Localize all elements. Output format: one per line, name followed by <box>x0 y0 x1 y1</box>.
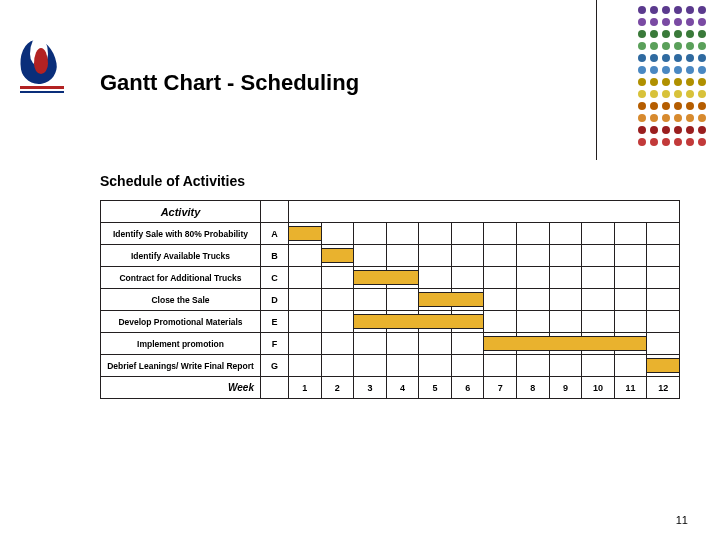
week-number: 11 <box>614 377 647 399</box>
column-header-weeks <box>289 201 680 223</box>
week-row-blank <box>261 377 289 399</box>
column-header-code <box>261 201 289 223</box>
gantt-cell <box>354 333 387 355</box>
gantt-cell <box>549 333 582 355</box>
gantt-cell <box>517 223 550 245</box>
week-number: 8 <box>517 377 550 399</box>
gantt-cell <box>614 223 647 245</box>
gantt-cell <box>614 355 647 377</box>
gantt-cell <box>582 245 615 267</box>
gantt-cell <box>354 267 387 289</box>
activity-code: E <box>261 311 289 333</box>
gantt-cell <box>419 333 452 355</box>
gantt-cell <box>289 333 322 355</box>
gantt-cell <box>321 333 354 355</box>
gantt-cell <box>386 267 419 289</box>
chart-subtitle: Schedule of Activities <box>100 173 245 189</box>
gantt-cell <box>354 355 387 377</box>
table-row: Debrief Leanings/ Write Final ReportG <box>101 355 680 377</box>
gantt-cell <box>386 223 419 245</box>
activity-code: B <box>261 245 289 267</box>
week-number: 3 <box>354 377 387 399</box>
gantt-cell <box>517 245 550 267</box>
gantt-cell <box>419 311 452 333</box>
activity-name: Contract for Additional Trucks <box>101 267 261 289</box>
decorative-dot-grid <box>588 0 708 160</box>
activity-code: G <box>261 355 289 377</box>
gantt-cell <box>386 311 419 333</box>
gantt-cell <box>289 355 322 377</box>
gantt-cell <box>647 311 680 333</box>
gantt-cell <box>289 289 322 311</box>
gantt-cell <box>647 355 680 377</box>
gantt-cell <box>517 311 550 333</box>
gantt-cell <box>321 267 354 289</box>
gantt-cell <box>321 223 354 245</box>
table-row: Identify Sale with 80% ProbabilityA <box>101 223 680 245</box>
gantt-cell <box>614 245 647 267</box>
table-row: Contract for Additional TrucksC <box>101 267 680 289</box>
column-header-activity: Activity <box>101 201 261 223</box>
gantt-bar <box>288 226 322 241</box>
gantt-cell <box>451 311 484 333</box>
week-number: 10 <box>582 377 615 399</box>
gantt-cell <box>451 223 484 245</box>
gantt-cell <box>354 223 387 245</box>
gantt-cell <box>517 289 550 311</box>
gantt-cell <box>549 289 582 311</box>
gantt-cell <box>386 289 419 311</box>
gantt-cell <box>354 289 387 311</box>
gantt-cell <box>549 245 582 267</box>
week-number: 5 <box>419 377 452 399</box>
table-row: Identify Available TrucksB <box>101 245 680 267</box>
gantt-cell <box>289 245 322 267</box>
gantt-cell <box>419 245 452 267</box>
gantt-cell <box>386 333 419 355</box>
activity-name: Debrief Leanings/ Write Final Report <box>101 355 261 377</box>
gantt-cell <box>289 223 322 245</box>
gsu-flame-logo <box>20 36 64 93</box>
gantt-cell <box>321 289 354 311</box>
gantt-cell <box>321 311 354 333</box>
gantt-cell <box>484 223 517 245</box>
gantt-cell <box>647 245 680 267</box>
gantt-cell <box>582 355 615 377</box>
activity-code: D <box>261 289 289 311</box>
activity-code: F <box>261 333 289 355</box>
activity-name: Identify Available Trucks <box>101 245 261 267</box>
gantt-cell <box>386 355 419 377</box>
week-number: 7 <box>484 377 517 399</box>
gantt-cell <box>517 355 550 377</box>
gantt-cell <box>484 333 517 355</box>
gantt-cell <box>549 311 582 333</box>
gantt-cell <box>321 245 354 267</box>
gantt-cell <box>484 245 517 267</box>
gantt-cell <box>614 267 647 289</box>
activity-name: Implement promotion <box>101 333 261 355</box>
gantt-cell <box>582 311 615 333</box>
gantt-cell <box>614 333 647 355</box>
gantt-cell <box>647 289 680 311</box>
gantt-cell <box>549 223 582 245</box>
gantt-cell <box>484 289 517 311</box>
gantt-chart: Activity Identify Sale with 80% Probabil… <box>100 200 680 399</box>
table-row: Develop Promotional MaterialsE <box>101 311 680 333</box>
gantt-cell <box>386 245 419 267</box>
week-row-label: Week <box>101 377 261 399</box>
gantt-cell <box>582 223 615 245</box>
gantt-cell <box>614 289 647 311</box>
gantt-cell <box>517 267 550 289</box>
gantt-cell <box>451 333 484 355</box>
gantt-bar <box>321 248 355 263</box>
gantt-cell <box>289 267 322 289</box>
table-row: Close the SaleD <box>101 289 680 311</box>
gantt-cell <box>582 289 615 311</box>
table-row: Implement promotionF <box>101 333 680 355</box>
gantt-cell <box>582 267 615 289</box>
gantt-cell <box>582 333 615 355</box>
gantt-cell <box>614 311 647 333</box>
gantt-cell <box>647 267 680 289</box>
week-number: 12 <box>647 377 680 399</box>
gantt-cell <box>484 311 517 333</box>
gantt-cell <box>647 223 680 245</box>
